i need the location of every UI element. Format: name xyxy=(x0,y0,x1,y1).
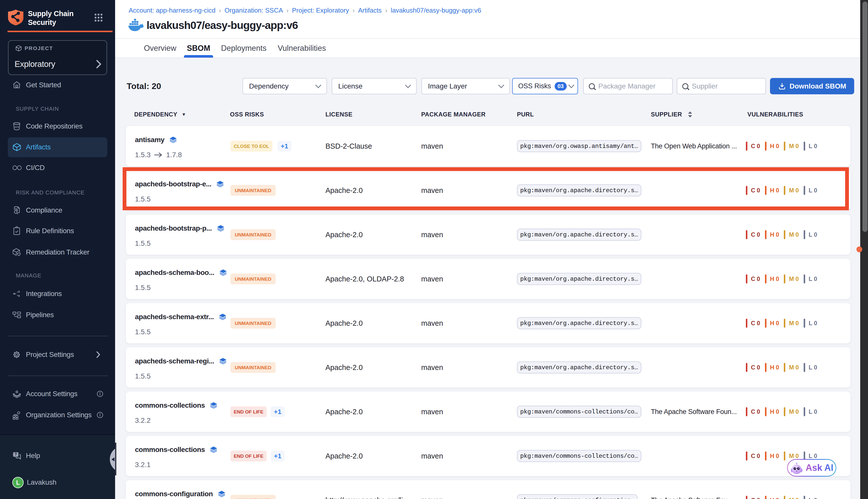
svg-text:?: ? xyxy=(15,452,17,457)
